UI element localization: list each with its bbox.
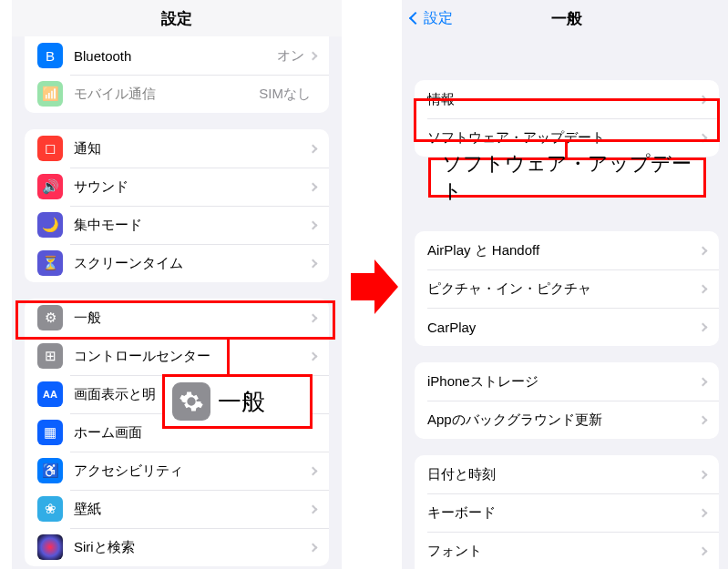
row-font[interactable]: フォント: [415, 532, 719, 569]
row-control-center[interactable]: ⊞ コントロールセンター: [25, 337, 329, 375]
display-icon: AA: [37, 381, 63, 407]
row-cellular[interactable]: 📶 モバイル通信 SIMなし: [25, 75, 329, 113]
chevron-right-icon: [699, 546, 708, 555]
row-bg-refresh[interactable]: Appのバックグラウンド更新: [415, 401, 719, 439]
chevron-right-icon: [309, 51, 318, 60]
settings-title: 設定: [161, 8, 192, 29]
row-value: オン: [277, 47, 304, 65]
gear-icon: [179, 389, 204, 414]
row-accessibility[interactable]: ♿ アクセシビリティ: [25, 452, 329, 490]
row-general[interactable]: ⚙ 一般: [25, 299, 329, 337]
settings-group-1: B Bluetooth オン 📶 モバイル通信 SIMなし: [25, 36, 329, 113]
row-label: ソフトウェア・アップデート: [427, 129, 700, 147]
chevron-right-icon: [699, 377, 708, 386]
chevron-right-icon: [309, 182, 318, 191]
screentime-icon: ⏳: [37, 250, 63, 276]
general-header: 設定 一般: [402, 0, 728, 36]
svg-marker-0: [351, 259, 398, 314]
chevron-right-icon: [699, 284, 708, 293]
chevron-right-icon: [699, 508, 708, 517]
notifications-icon: ◻: [37, 136, 63, 161]
general-group-3: iPhoneストレージ Appのバックグラウンド更新: [415, 362, 719, 439]
connector-line: [227, 340, 230, 376]
callout-label: ソフトウェア・アップデート: [442, 150, 692, 205]
settings-screen: 設定 B Bluetooth オン 📶 モバイル通信 SIMなし ◻ 通知 🔊 …: [12, 0, 342, 569]
row-keyboard[interactable]: キーボード: [415, 493, 719, 532]
callout-swupdate: ソフトウェア・アップデート: [428, 157, 706, 198]
row-label: 情報: [427, 91, 700, 108]
chevron-right-icon: [699, 246, 708, 255]
row-label: モバイル通信: [74, 86, 259, 103]
row-label: iPhoneストレージ: [427, 373, 700, 391]
back-button[interactable]: 設定: [411, 9, 453, 28]
arrow-right-icon: [351, 255, 398, 319]
row-focus[interactable]: 🌙 集中モード: [25, 206, 329, 244]
general-icon: ⚙: [37, 305, 63, 330]
general-group-4: 日付と時刻 キーボード フォント 言語と地域: [415, 455, 719, 569]
row-label: 日付と時刻: [427, 466, 700, 483]
home-icon: ▦: [37, 420, 63, 445]
chevron-right-icon: [309, 543, 318, 552]
row-label: キーボード: [427, 504, 700, 522]
row-notifications[interactable]: ◻ 通知: [25, 129, 329, 168]
row-label: コントロールセンター: [74, 348, 310, 365]
row-label: 集中モード: [74, 217, 310, 234]
row-label: Siriと検索: [74, 539, 310, 556]
general-icon: [172, 382, 210, 421]
chevron-right-icon: [309, 351, 318, 361]
row-screentime[interactable]: ⏳ スクリーンタイム: [25, 244, 329, 282]
row-bluetooth[interactable]: B Bluetooth オン: [25, 36, 329, 75]
chevron-right-icon: [699, 322, 708, 331]
sound-icon: 🔊: [37, 174, 63, 199]
settings-group-3: ⚙ 一般 ⊞ コントロールセンター AA 画面表示と明 ▦ ホーム画面 ♿ アク…: [25, 299, 329, 566]
row-value: SIMなし: [259, 86, 311, 103]
callout-general: 一般: [162, 374, 313, 429]
chevron-right-icon: [699, 133, 708, 142]
row-label: サウンド: [74, 178, 310, 196]
back-label: 設定: [424, 9, 453, 28]
control-center-icon: ⊞: [37, 343, 63, 369]
general-group-2: AirPlay と Handoff ピクチャ・イン・ピクチャ CarPlay: [415, 231, 719, 346]
general-title: 一般: [551, 8, 582, 29]
chevron-left-icon: [409, 12, 422, 25]
row-sound[interactable]: 🔊 サウンド: [25, 168, 329, 206]
callout-label: 一般: [218, 386, 265, 418]
accessibility-icon: ♿: [37, 458, 63, 483]
row-carplay[interactable]: CarPlay: [415, 308, 719, 346]
chevron-right-icon: [309, 313, 318, 322]
row-label: 一般: [74, 310, 310, 327]
general-screen: 設定 一般 情報 ソフトウェア・アップデート AirPlay と Handoff…: [402, 0, 728, 569]
row-label: アクセシビリティ: [74, 462, 310, 480]
settings-header: 設定: [12, 0, 342, 36]
row-label: AirPlay と Handoff: [427, 242, 700, 259]
row-about[interactable]: 情報: [415, 80, 719, 118]
row-label: スクリーンタイム: [74, 255, 310, 272]
chevron-right-icon: [309, 466, 318, 475]
row-label: ピクチャ・イン・ピクチャ: [427, 280, 700, 298]
row-label: フォント: [427, 543, 700, 560]
row-airplay[interactable]: AirPlay と Handoff: [415, 231, 719, 269]
row-wallpaper[interactable]: ❀ 壁紙: [25, 490, 329, 528]
cellular-icon: 📶: [37, 81, 63, 107]
row-siri[interactable]: Siriと検索: [25, 528, 329, 566]
chevron-right-icon: [309, 259, 318, 268]
chevron-right-icon: [309, 144, 318, 153]
chevron-right-icon: [699, 415, 708, 424]
row-label: Bluetooth: [74, 48, 277, 64]
chevron-right-icon: [309, 504, 318, 513]
chevron-right-icon: [699, 95, 708, 104]
chevron-right-icon: [699, 470, 708, 479]
focus-icon: 🌙: [37, 212, 63, 238]
row-label: CarPlay: [427, 320, 700, 335]
chevron-right-icon: [309, 220, 318, 229]
row-storage[interactable]: iPhoneストレージ: [415, 362, 719, 401]
row-pip[interactable]: ピクチャ・イン・ピクチャ: [415, 269, 719, 308]
bluetooth-icon: B: [37, 43, 63, 68]
row-datetime[interactable]: 日付と時刻: [415, 455, 719, 493]
row-label: Appのバックグラウンド更新: [427, 412, 700, 429]
wallpaper-icon: ❀: [37, 496, 63, 522]
siri-icon: [37, 534, 63, 560]
row-label: 通知: [74, 140, 310, 157]
row-label: 壁紙: [74, 501, 310, 518]
settings-group-2: ◻ 通知 🔊 サウンド 🌙 集中モード ⏳ スクリーンタイム: [25, 129, 329, 282]
